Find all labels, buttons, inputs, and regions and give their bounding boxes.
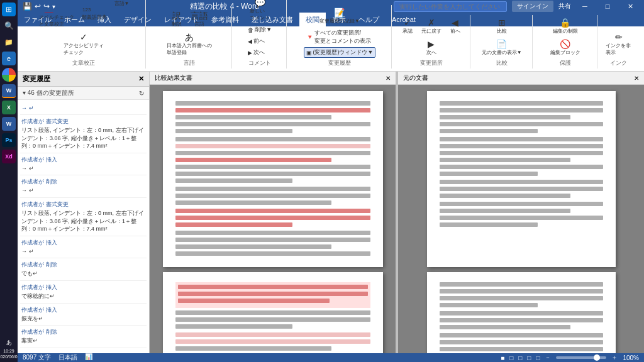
list-item[interactable]: 作成者が 削除 案実↵ [20, 326, 147, 348]
zoom-level[interactable]: 100% [623, 354, 639, 361]
share-button[interactable]: 共有 [558, 2, 571, 11]
ribbon-group-spelling: ABC___ スペルチェックと文章校正 ABC123 類義語辞典 🌐 言語▼ ✓… [23, 0, 146, 69]
zoom-out-button[interactable]: － [545, 353, 551, 362]
change-author: 作成者が 削除 [21, 178, 145, 186]
language-button[interactable]: 🌐 言語▼ [111, 0, 133, 30]
original-panel-close[interactable]: ✕ [634, 75, 639, 82]
change-count-label[interactable]: ▾ 46 個の変更箇所 [23, 89, 74, 97]
zoom-in-button[interactable]: ＋ [611, 353, 618, 362]
signin-button[interactable]: サインイン [512, 1, 553, 12]
refresh-icon[interactable]: ↻ [139, 90, 144, 97]
compare-panel-content[interactable] [150, 85, 396, 353]
taskbar-windows[interactable]: ⊞ [2, 3, 16, 16]
compare-button[interactable]: ⊞ 比較 [492, 16, 511, 36]
taskbar-word[interactable]: W [2, 84, 16, 98]
block-authors-button[interactable]: 🚫 編集ブロック [547, 38, 584, 58]
change-author: 作成者が 削除 [21, 261, 145, 269]
word-count-button[interactable]: ABC123 類義語辞典 [79, 0, 110, 30]
comment-group-label: コメント [248, 58, 271, 67]
list-item[interactable]: 作成者が 挿入 振充を↵ [20, 304, 147, 326]
change-desc: → ↵ [21, 165, 145, 173]
list-item[interactable]: 作成者が 書式変更 リスト段落, インデント：左：0 mm, 左右下げインデント… [20, 115, 147, 153]
spelling-group-label: 文章校正 [72, 58, 95, 67]
compare-panel-header: 比較結果文書 ✕ [150, 72, 396, 85]
doc-page [427, 272, 616, 353]
show-source-button[interactable]: 📄 元の文書の表示▼ [479, 38, 525, 58]
taskbar-chrome[interactable] [2, 68, 16, 82]
view-normal-button[interactable]: ■ [501, 354, 504, 361]
markup-area-button[interactable]: ▣(変更履歴)ウィンドウ▼ [304, 47, 376, 58]
list-item[interactable]: 作成者が 挿入 → ↵ [20, 236, 147, 259]
view-reading-button[interactable]: □ [536, 354, 540, 361]
taskbar-word2[interactable]: W [2, 117, 16, 131]
change-desc: リスト段落, インデント：左：0 mm, 左右下げインデント：3.06 字, 縮… [21, 209, 145, 233]
new-comment-button[interactable]: 💬 新しいコメント [247, 0, 273, 23]
ribbon-group-comments: 💬 新しいコメント 🗑削除▼ ◀前へ ▶次へ [233, 0, 287, 69]
zoom-slider[interactable] [556, 356, 606, 359]
next-change-button[interactable]: ▶ 次へ [422, 38, 441, 58]
prev-comment-button[interactable]: ◀前へ [245, 36, 274, 47]
show-markup-icon: 🔻 [306, 34, 313, 40]
protect-document-button[interactable]: 🔒 編集の制限 [550, 16, 581, 36]
taskbar-edge[interactable]: e [2, 52, 16, 65]
change-count-bar: ▾ 46 個の変更箇所 ↻ [18, 87, 149, 100]
view-outline-button[interactable]: □ [509, 354, 513, 361]
close-button[interactable]: ✕ [621, 0, 639, 13]
language2-button[interactable]: 言語 言語 [187, 9, 211, 30]
translate-button[interactable]: 訳 翻訳 [167, 9, 186, 30]
original-panel-content[interactable] [398, 85, 644, 353]
track-changes-icon: 📝 [334, 8, 345, 17]
compare-icon: ⊞ [498, 18, 506, 27]
taskbar-xd[interactable]: Xd [2, 150, 16, 163]
change-desc: 案実↵ [21, 337, 145, 345]
word-count-icon: ABC123 [82, 0, 106, 13]
list-item[interactable]: 作成者が 削除 → ↵ [20, 175, 147, 198]
taskbar-excel[interactable]: X [2, 101, 16, 114]
taskbar-explorer[interactable]: 📁 [2, 35, 16, 49]
next-comment-button[interactable]: ▶次へ [245, 47, 274, 58]
list-item[interactable]: 作成者が 挿入 → ↵ [20, 153, 147, 176]
change-author: 作成者が 挿入 [21, 156, 145, 164]
ribbon-search[interactable] [394, 1, 507, 12]
prev-change-button[interactable]: ◀ 前へ [446, 16, 465, 36]
accessibility-button[interactable]: ✓ アクセシビリティチェック [60, 31, 107, 58]
list-item[interactable]: 作成者が 書式変更 リスト段落, インデント：左：0 mm, 左右下げインデント… [20, 198, 147, 236]
language-status[interactable]: 日本語 [58, 353, 77, 362]
change-desc: → ↵ [21, 248, 145, 256]
delete-comment-button[interactable]: 🗑削除▼ [245, 25, 274, 35]
markup-area-icon: ▣ [306, 50, 312, 56]
ribbon-group-track-changes: 📝 変更履歴の記録▼ 🔻すべての変更箇所/変更とコメントの表示 ▣(変更履歴)ウ… [288, 5, 392, 69]
view-print-button[interactable]: □ [518, 354, 522, 361]
change-history-close[interactable]: ✕ [138, 75, 144, 83]
spell-check-button[interactable]: ABC___ スペルチェックと文章校正 [36, 0, 77, 30]
minimize-button[interactable]: ─ [576, 0, 594, 13]
ime-indicator[interactable]: あ [6, 339, 12, 347]
show-markup-button[interactable]: 🔻すべての変更箇所/変更とコメントの表示 [304, 28, 376, 47]
spell-check-icon: ABC___ [45, 0, 68, 13]
new-comment-icon: 💬 [255, 0, 265, 7]
restore-button[interactable]: □ [599, 0, 616, 13]
doc-page [163, 272, 383, 353]
view-web-button[interactable]: □ [527, 354, 531, 361]
taskbar-ps[interactable]: Ps [2, 133, 16, 147]
zoom-thumb [594, 354, 600, 361]
block-icon: 🚫 [560, 40, 570, 48]
delete-icon: 🗑 [248, 27, 253, 33]
list-item[interactable]: → ↵ [20, 102, 147, 115]
ribbon-group-compare: ⊞ 比較 📄 元の文書の表示▼ 比較 [472, 15, 533, 69]
list-item[interactable]: 作成者が 削除 でも↵ [20, 258, 147, 281]
next-comment-icon: ▶ [248, 50, 252, 56]
track-changes-group-label: 変更履歴 [328, 58, 351, 67]
accept-button[interactable]: ✓ 承認 [398, 16, 417, 36]
hide-ink-button[interactable]: ✏ インクを非表示 [602, 31, 636, 58]
change-list[interactable]: → ↵ 作成者が 書式変更 リスト段落, インデント：左：0 mm, 左右下げイ… [18, 100, 149, 353]
list-item[interactable]: 作成者が 挿入 で稼稔的に↵ [20, 281, 147, 304]
taskbar-search[interactable]: 🔍 [2, 19, 16, 33]
show-source-icon: 📄 [496, 40, 507, 48]
compare-panel-close[interactable]: ✕ [386, 75, 391, 82]
reject-button[interactable]: ✗ 元に戻す [418, 16, 445, 36]
jp-input-button[interactable]: あ 日本語入力辞書への単語登録 [164, 31, 215, 58]
change-author: 作成者が 挿入 [21, 239, 145, 247]
track-changes-button[interactable]: 📝 変更履歴の記録▼ [316, 6, 363, 26]
change-author: 作成者が 削除 [21, 328, 145, 336]
